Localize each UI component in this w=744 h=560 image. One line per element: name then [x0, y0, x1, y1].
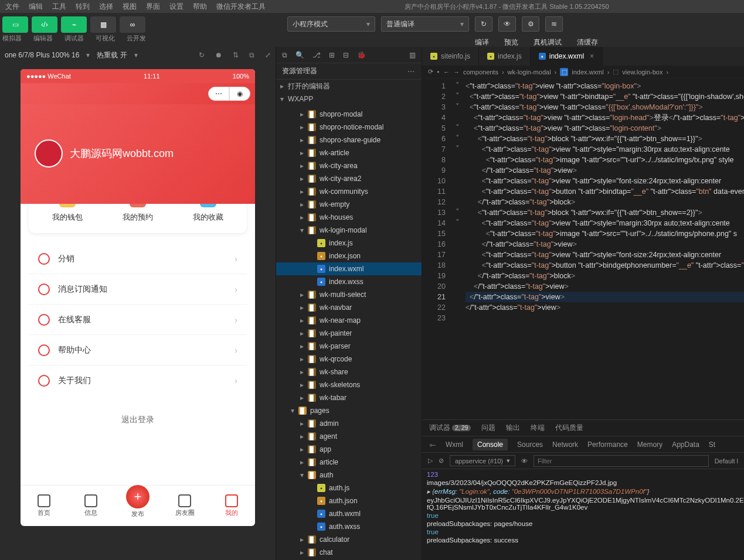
level-select[interactable]: Default l [715, 457, 738, 465]
avatar[interactable] [35, 139, 63, 168]
clear-icon[interactable]: ⊘ [439, 457, 444, 465]
folder-node[interactable]: ▸▉wk-share [276, 366, 422, 378]
tabbar-item[interactable]: 我的 [208, 486, 255, 526]
debugger-tab[interactable]: 调试器2, 29 [429, 423, 471, 433]
menu-item[interactable]: 界面 [143, 1, 163, 13]
search-icon[interactable]: 🔍 [295, 51, 304, 59]
hot-reload-toggle[interactable]: 热重载 开 [97, 50, 127, 60]
compile-icon[interactable]: ↻ [475, 16, 492, 32]
cloud-toggle[interactable]: ∞ [120, 16, 145, 33]
capsule-button[interactable]: ⋯◉ [208, 87, 250, 101]
device-select[interactable]: one 6/7/8 Plus 100% 16 [5, 51, 79, 59]
file-node[interactable]: ▪index.js [276, 237, 422, 250]
folder-node[interactable]: ▸▉wk-multi-select [276, 288, 422, 301]
menu-item[interactable]: 选择 [96, 1, 116, 13]
ext-icon[interactable]: ⊞ [329, 51, 335, 59]
terminal-tab[interactable]: 终端 [531, 423, 545, 433]
folder-node[interactable]: ▸▉chat [276, 546, 422, 559]
folder-node[interactable]: ▸▉wk-skeletons [276, 378, 422, 391]
editor-tab[interactable]: ▪index.wxml× [531, 47, 603, 66]
debug-icon[interactable]: 🐞 [357, 51, 366, 59]
devtools-tab[interactable]: Console [473, 439, 508, 450]
menu-item[interactable]: 转到 [73, 1, 93, 13]
remote-debug-icon[interactable]: ⚙ [522, 16, 539, 32]
file-node[interactable]: ▪auth.json [276, 494, 422, 507]
outline-icon[interactable]: ⊟ [343, 51, 349, 59]
editor-tab[interactable]: ▪index.js [479, 47, 531, 66]
publish-fab[interactable]: + [126, 485, 150, 508]
menu-item[interactable]: 设置 [167, 1, 186, 13]
remote-label[interactable]: 真机调试 [534, 37, 562, 47]
folder-node[interactable]: ▸▉wk-article [276, 146, 422, 159]
file-node[interactable]: ▪auth.js [276, 482, 422, 494]
crumb-bookmark-icon[interactable]: ⭑ [437, 68, 440, 76]
mode-select[interactable]: 小程序模式▾ [287, 16, 375, 32]
list-item[interactable]: 帮助中心› [29, 335, 247, 366]
visual-toggle[interactable]: ▦ [90, 16, 116, 33]
folder-node[interactable]: ▸▉wk-tabar [276, 391, 422, 404]
list-item[interactable]: 消息订阅通知› [29, 274, 247, 305]
folder-node[interactable]: ▸▉wk-city-area2 [276, 172, 422, 185]
problems-tab[interactable]: 问题 [481, 423, 495, 433]
devtools-tab[interactable]: Sources [517, 441, 543, 449]
menu-item[interactable]: 编辑 [26, 1, 46, 13]
tabbar-item[interactable]: 房友圈 [161, 486, 208, 526]
filter-input[interactable] [534, 455, 709, 467]
folder-node[interactable]: ▸▉wk-empty [276, 198, 422, 211]
devtools-tab[interactable]: Network [552, 441, 578, 449]
tabbar-item[interactable]: +发布 [114, 486, 161, 526]
clear-cache-icon[interactable]: ≋ [545, 16, 563, 32]
crumb-nav-icon[interactable]: → [453, 69, 460, 76]
folder-node[interactable]: ▸▉wk-communitys [276, 185, 422, 198]
menu-item[interactable]: 帮助 [190, 1, 210, 13]
sim-expand-icon[interactable]: ⤢ [265, 51, 271, 59]
file-node[interactable]: ▪index.wxss [276, 275, 422, 288]
editor-tab[interactable]: ▪siteinfo.js [422, 47, 479, 66]
sim-record-icon[interactable]: ⏺ [215, 51, 222, 59]
folder-node[interactable]: ▸▉wk-navbar [276, 301, 422, 314]
sim-refresh-icon[interactable]: ↻ [199, 51, 205, 59]
logout-button[interactable]: 退出登录 [21, 407, 255, 433]
folder-node[interactable]: ▸▉wk-near-map [276, 314, 422, 327]
folder-node[interactable]: ▸▉shopro-notice-modal [276, 121, 422, 134]
folder-node[interactable]: ▸▉admin [276, 417, 422, 430]
folder-node[interactable]: ▸▉calculator [276, 533, 422, 546]
menu-item[interactable]: 工具 [49, 1, 69, 13]
tabbar-item[interactable]: 信息 [67, 486, 114, 526]
more-icon[interactable]: ⋯ [407, 67, 416, 76]
scope-select[interactable]: appservice (#10) ▾ [450, 455, 515, 466]
folder-node[interactable]: ▸▉shopro-share-guide [276, 134, 422, 146]
devtools-tab[interactable]: St [709, 441, 715, 449]
compile-select[interactable]: 普通编译▾ [381, 16, 469, 32]
folder-node[interactable]: ▸▉wk-parser [276, 340, 422, 353]
crumb-nav-icon[interactable]: ← [443, 69, 450, 76]
devtools-tab[interactable]: Wxml [446, 441, 463, 449]
crumb-back-icon[interactable]: ⟳ [428, 68, 433, 76]
folder-node[interactable]: ▾▉auth [276, 469, 422, 482]
folder-node[interactable]: ▸▉shopro-modal [276, 108, 422, 121]
git-icon[interactable]: ⎇ [312, 51, 321, 59]
preview-label[interactable]: 预览 [504, 37, 518, 47]
folder-node[interactable]: ▸▉wk-city-area [276, 159, 422, 172]
menu-item[interactable]: 视图 [120, 1, 140, 13]
list-item[interactable]: 分销› [29, 244, 247, 274]
files-icon[interactable]: ⧉ [282, 51, 287, 59]
eye-icon[interactable]: 👁 [521, 457, 528, 465]
devtools-tab[interactable]: AppData [672, 441, 699, 449]
simulator-toggle[interactable]: ▭ [2, 16, 28, 33]
folder-node[interactable]: ▾▉pages [276, 404, 422, 417]
cache-label[interactable]: 清缓存 [577, 37, 598, 47]
folder-node[interactable]: ▾▉wk-login-modal [276, 224, 422, 237]
folder-node[interactable]: ▸▉wk-houses [276, 211, 422, 224]
folder-node[interactable]: ▸▉wk-qrcode [276, 353, 422, 366]
sim-network-icon[interactable]: ⇅ [233, 51, 239, 59]
tabbar-item[interactable]: 首页 [21, 486, 67, 526]
close-icon[interactable]: × [590, 52, 594, 60]
file-node[interactable]: ▪index.wxml [276, 262, 422, 275]
preview-icon[interactable]: 👁 [498, 16, 516, 32]
folder-node[interactable]: ▸▉article [276, 456, 422, 469]
debugger-toggle[interactable]: ⌁ [61, 16, 87, 33]
split-icon[interactable]: ▥ [409, 51, 416, 59]
folder-node[interactable]: ▸▉wk-painter [276, 327, 422, 340]
code-editor[interactable]: 1234567891011121314151617181920212223 ˅˅… [422, 78, 744, 419]
